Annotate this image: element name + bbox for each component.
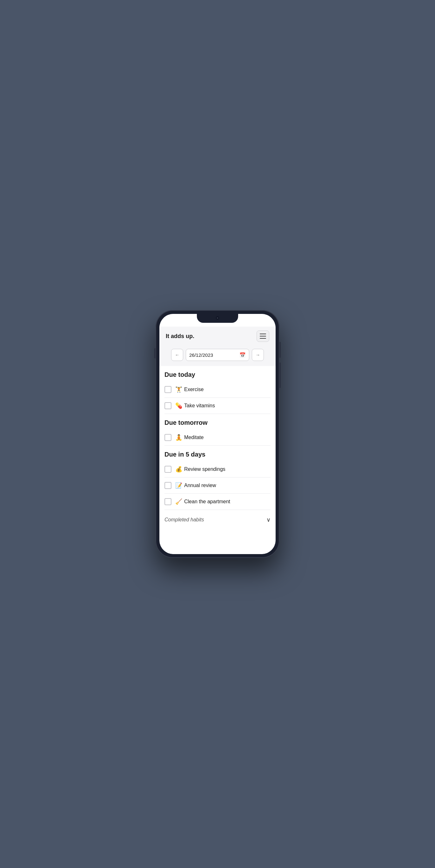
section-heading-due-5-days: Due in 5 days	[165, 446, 270, 461]
task-checkbox-take-vitamins[interactable]	[165, 402, 171, 409]
chevron-down-icon: ∨	[266, 516, 270, 523]
task-label-take-vitamins: 💊 Take vitamins	[175, 402, 215, 409]
section-heading-due-today: Due today	[165, 366, 270, 381]
app-header: It adds up.	[159, 327, 276, 346]
main-content: Due today 🏋️ Exercise 💊 Take vitamins	[159, 366, 276, 528]
task-item: 💰 Review spendings	[165, 461, 270, 477]
task-label-review-spendings: 💰 Review spendings	[175, 466, 226, 473]
task-label-exercise: 🏋️ Exercise	[175, 386, 204, 393]
task-label-clean-apartment: 🧹 Clean the apartment	[175, 498, 230, 505]
menu-button[interactable]	[257, 331, 269, 342]
task-item: 💊 Take vitamins	[165, 398, 270, 414]
task-item: 🧘 Meditate	[165, 430, 270, 446]
app-title: It adds up.	[166, 333, 194, 340]
task-label-meditate: 🧘 Meditate	[175, 434, 204, 441]
task-emoji-annual-review: 📝	[175, 482, 182, 489]
completed-habits-toggle[interactable]: Completed habits ∨	[165, 510, 270, 528]
task-emoji-review-spendings: 💰	[175, 466, 182, 473]
date-navigation: ← 26/12/2023 📅 →	[159, 346, 276, 366]
section-heading-due-tomorrow: Due tomorrow	[165, 414, 270, 430]
task-emoji-take-vitamins: 💊	[175, 402, 182, 409]
task-emoji-clean-apartment: 🧹	[175, 498, 182, 505]
menu-icon-line	[260, 338, 266, 339]
task-item: 📝 Annual review	[165, 477, 270, 494]
task-checkbox-review-spendings[interactable]	[165, 466, 171, 473]
menu-icon-line	[260, 334, 266, 334]
task-checkbox-clean-apartment[interactable]	[165, 498, 171, 505]
prev-date-button[interactable]: ←	[171, 349, 183, 361]
task-item: 🏋️ Exercise	[165, 381, 270, 398]
date-value: 26/12/2023	[189, 352, 213, 358]
next-date-button[interactable]: →	[252, 349, 264, 361]
task-checkbox-meditate[interactable]	[165, 434, 171, 441]
date-input[interactable]: 26/12/2023 📅	[186, 349, 249, 361]
task-emoji-meditate: 🧘	[175, 434, 182, 441]
task-emoji-exercise: 🏋️	[175, 386, 182, 393]
task-checkbox-annual-review[interactable]	[165, 482, 171, 489]
completed-habits-label: Completed habits	[165, 517, 204, 523]
task-checkbox-exercise[interactable]	[165, 386, 171, 393]
task-item: 🧹 Clean the apartment	[165, 494, 270, 510]
calendar-icon: 📅	[239, 352, 246, 358]
menu-icon-line	[260, 336, 266, 337]
task-label-annual-review: 📝 Annual review	[175, 482, 216, 489]
